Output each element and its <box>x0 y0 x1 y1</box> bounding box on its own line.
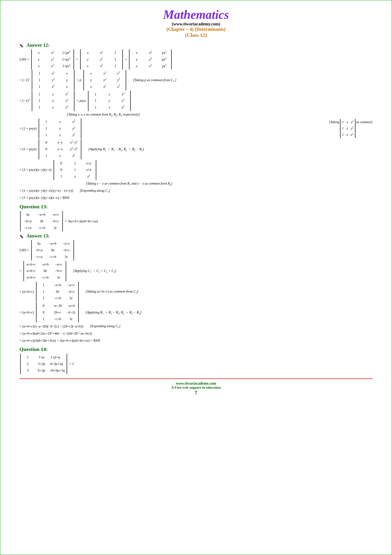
question13-math: 3a−a+b−a+c −b+a3b−b+c −c+a−c+b3c = 3(a+b… <box>20 211 372 231</box>
note2: [Taking x − y as common from R1 and y − … <box>86 181 372 187</box>
page-title: Mathematics <box>20 7 372 22</box>
note1: [Taking x, y, z as common from R1, R2, R… <box>67 111 372 118</box>
answer12-math: LHS = xx21+px3 yy21+py3 zz21+pz3 = <box>20 49 372 201</box>
header: Mathematics (www.tiwariacademy.com) (Cha… <box>20 7 372 38</box>
det3: xx2px3 yy2py3 zz2pz3 <box>129 49 172 70</box>
det6: 1xx2 1yy2 1zz2 <box>32 91 74 111</box>
det5: xx2x3 yy2y3 zz2z3 <box>84 70 126 90</box>
footer-tagline: A Free web support in education <box>20 386 372 390</box>
det4: 1x2x 1y2y 1z2z <box>32 70 74 90</box>
svg-marker-2 <box>20 238 21 239</box>
det7: 1xx2 1yy2 1zz2 <box>88 91 131 111</box>
det9: 0x−yx2−y2 0y−zy2−z2 1zz2 <box>39 139 81 159</box>
pencil-icon2 <box>20 234 25 239</box>
answer12-block: Answer 12: LHS = xx21+px3 yy21+py3 zz21+… <box>20 43 372 201</box>
det1: xx21+px3 yy21+py3 zz21+pz3 <box>31 49 74 70</box>
det8: 1xx2 1yy2 1zz2 <box>39 118 81 139</box>
question13-block: Question 13: 3a−a+b−a+c −b+a3b−b+c −c+a−… <box>20 204 372 231</box>
a13-det4: 0−a−2b−a+b 02b+c−b−2c 1−c+b3c <box>36 302 79 322</box>
det10: 01x+y 01y+z 1zz2 <box>54 160 96 180</box>
question14-math: 11+p1+p+q 23+2p4+3p+2q 36+3p10+6p+3q = 1 <box>20 354 372 374</box>
lhs-label: LHS = <box>20 56 29 63</box>
question13-title: Question 13: <box>20 204 372 210</box>
question14-block: Question 14: 11+p1+p+q 23+2p4+3p+2q 36+3… <box>20 346 372 374</box>
answer13-title: Answer 13: <box>20 233 372 239</box>
det2: xx21 yy21 zz21 <box>80 49 123 70</box>
a13-det1: 3a−a+b−a+c −b+a3b−b+c −c+a−c+b3c <box>31 240 74 260</box>
page-divider <box>20 379 372 379</box>
a13-det3: 1−a+b−a+c 13b−b+c 1−c+b3c <box>36 282 79 302</box>
answer13-block: Answer 13: LHS = 3a−a+b−a+c −b+a3b−b+c −… <box>20 233 372 344</box>
footer-website: www.tiwariacademy.com <box>20 381 372 386</box>
header-class: (Class 12) <box>20 32 372 38</box>
a13-det2: a+b+c−a+b−a+c a+b+c3b−b+c a+b+c−c+b3c <box>23 261 66 281</box>
page-number: 7 <box>20 391 372 395</box>
pencil-icon <box>20 43 25 48</box>
answer13-math: LHS = 3a−a+b−a+c −b+a3b−b+c −c+a−c+b3c = <box>20 240 372 344</box>
answer12-title: Answer 12: <box>20 43 372 48</box>
page: Mathematics (www.tiwariacademy.com) (Cha… <box>0 0 392 555</box>
q13-det: 3a−a+b−a+c −b+a3b−b+c −c+a−c+b3c <box>20 211 63 231</box>
header-chapter: (Chapter – 4) (Determinants) <box>20 27 372 32</box>
footer: www.tiwariacademy.com A Free web support… <box>20 381 372 390</box>
svg-marker-0 <box>20 47 21 48</box>
header-website: (www.tiwariacademy.com) <box>20 22 372 27</box>
question14-title: Question 14: <box>20 346 372 352</box>
q14-det: 11+p1+p+q 23+2p4+3p+2q 36+3p10+6p+3q <box>20 354 67 374</box>
